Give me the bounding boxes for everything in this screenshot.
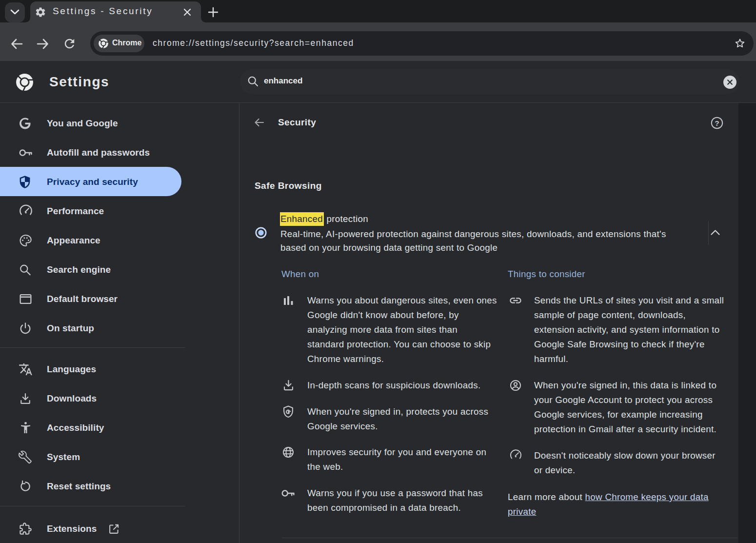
svg-text:?: ? — [715, 119, 719, 127]
